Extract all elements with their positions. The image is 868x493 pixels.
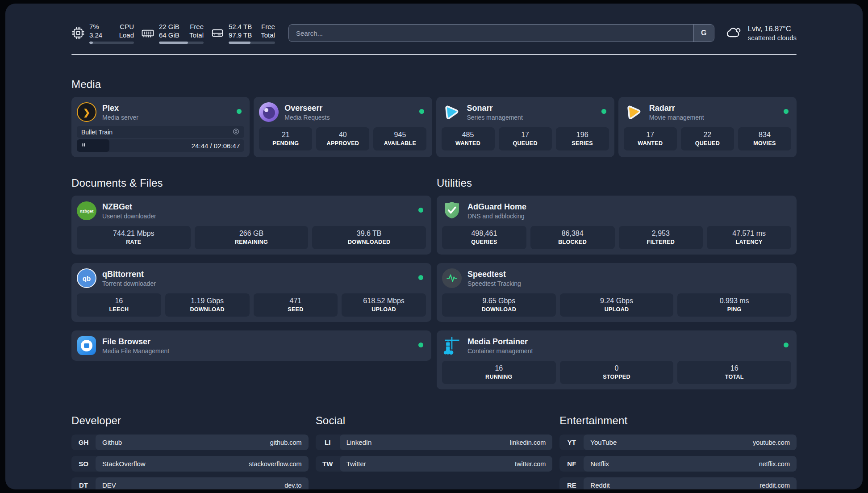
topbar: 7% 3.24 CPU Load: [71, 22, 797, 44]
topbar-divider: [71, 54, 797, 55]
app-card-plex[interactable]: ❯ Plex Media server Bullet Train: [71, 97, 250, 157]
app-card-speedtest[interactable]: Speedtest Speedtest Tracking 9.65 Gbps D…: [437, 263, 797, 322]
cpu-metric: 7% 3.24 CPU Load: [71, 22, 134, 44]
search-input[interactable]: [289, 25, 693, 42]
bookmark-name: StackOverflow: [102, 460, 146, 468]
now-playing-icon: [232, 128, 240, 137]
app-card-nzbget[interactable]: nzbget NZBGet Usenet downloader 744.21 M…: [71, 196, 431, 255]
plex-icon: ❯: [77, 102, 96, 122]
media-cards-row: ❯ Plex Media server Bullet Train: [71, 97, 797, 157]
stat-latency: 47.571 ms LATENCY: [707, 226, 791, 249]
stat-movies: 834 MOVIES: [738, 127, 791, 150]
bookmark-abbr: YT: [559, 435, 584, 450]
disk-free-label: Free: [261, 22, 275, 31]
stat-series: 196 SERIES: [556, 127, 609, 150]
stat-ping: 0.993 ms PING: [677, 293, 791, 317]
cloud-icon: [726, 25, 742, 41]
nzbget-icon: nzbget: [77, 201, 96, 220]
documents-column: Documents & Files nzbget NZBGet Usenet d…: [71, 157, 431, 361]
stat-remaining: 266 GB REMAINING: [195, 226, 309, 249]
now-playing-title: Bullet Train: [81, 129, 113, 136]
section-title-media: Media: [71, 78, 797, 91]
cpu-load-value: 3.24: [89, 31, 102, 39]
app-subtitle: Media File Management: [102, 347, 169, 355]
bookmark-abbr: SO: [71, 456, 96, 472]
bookmark-twitter[interactable]: TW Twitter twitter.com: [316, 456, 553, 472]
speedtest-icon: [442, 268, 462, 288]
stat-download: 9.65 Gbps DOWNLOAD: [442, 293, 556, 317]
bookmark-linkedin[interactable]: LI LinkedIn linkedin.com: [316, 435, 553, 450]
app-title: Plex: [102, 103, 138, 113]
bookmark-name: Reddit: [590, 481, 609, 489]
app-card-filebrowser[interactable]: File Browser Media File Management: [71, 330, 431, 361]
bookmark-youtube[interactable]: YT YouTube youtube.com: [559, 435, 797, 450]
section-title-utilities: Utilities: [437, 177, 797, 189]
bookmark-url: stackoverflow.com: [249, 460, 301, 468]
stat-queued: 17 QUEUED: [499, 127, 552, 150]
app-subtitle: Speedtest Tracking: [467, 280, 521, 288]
stat-leech: 16 LEECH: [77, 293, 161, 317]
cpu-icon: [71, 26, 85, 40]
bookmark-group-developer: Developer GH Github github.com SO StackO…: [71, 389, 309, 489]
stat-wanted: 17 WANTED: [624, 127, 677, 150]
memory-progress-bar: [159, 42, 204, 44]
app-card-qbittorrent[interactable]: qb qBittorrent Torrent downloader 16 LEE…: [71, 263, 431, 322]
adguard-icon: [442, 201, 462, 221]
section-title-developer: Developer: [71, 414, 309, 427]
bookmark-reddit[interactable]: RE Reddit reddit.com: [559, 477, 797, 489]
playback-time: 24:44 / 02:06:47: [192, 142, 244, 150]
stat-filtered: 2,953 FILTERED: [619, 226, 703, 249]
app-subtitle: Media server: [102, 114, 138, 121]
bookmark-github[interactable]: GH Github github.com: [71, 435, 309, 450]
app-title: qBittorrent: [102, 269, 156, 279]
status-dot: [418, 275, 423, 280]
bookmark-name: Netflix: [590, 460, 609, 468]
dashboard-page: 7% 3.24 CPU Load: [5, 4, 863, 489]
bookmark-netflix[interactable]: NF Netflix netflix.com: [559, 456, 797, 472]
disk-total-label: Total: [261, 31, 275, 39]
app-card-adguard[interactable]: AdGuard Home DNS and adblocking 498,461 …: [437, 196, 797, 255]
weather-location-temp: Lviv, 16.87°C: [748, 24, 797, 33]
app-card-overseerr[interactable]: Overseerr Media Requests 21 PENDING 40 A…: [254, 97, 432, 157]
stat-stopped: 0 STOPPED: [560, 361, 674, 384]
app-card-sonarr[interactable]: Sonarr Series management 485 WANTED 17 Q…: [436, 97, 614, 157]
bookmark-abbr: NF: [559, 456, 584, 472]
cpu-progress-bar: [89, 42, 134, 44]
app-subtitle: Media Requests: [284, 114, 330, 121]
stat-running: 16 RUNNING: [442, 361, 556, 384]
utilities-column: Utilities AdGuard Home: [437, 157, 797, 389]
memory-free-value: 22 GiB: [159, 22, 179, 31]
status-dot: [601, 109, 606, 114]
bookmark-abbr: DT: [71, 477, 96, 489]
app-card-radarr[interactable]: Radarr Movie management 17 WANTED 22 QUE…: [618, 97, 797, 157]
status-dot: [418, 208, 423, 213]
bookmark-url: twitter.com: [515, 460, 546, 468]
bookmark-url: netflix.com: [759, 460, 790, 468]
bookmark-group-entertainment: Entertainment YT YouTube youtube.com NF …: [559, 389, 797, 489]
bookmark-stackoverflow[interactable]: SO StackOverflow stackoverflow.com: [71, 456, 309, 472]
bookmark-name: YouTube: [590, 439, 617, 446]
status-dot: [418, 343, 423, 347]
now-playing-widget: Bullet Train: [77, 126, 244, 152]
stat-download: 1.19 Gbps DOWNLOAD: [165, 293, 250, 317]
stat-downloaded: 39.6 TB DOWNLOADED: [312, 226, 426, 249]
app-subtitle: Usenet downloader: [102, 213, 156, 220]
pause-icon[interactable]: [81, 142, 87, 150]
bookmark-dev[interactable]: DT DEV dev.to: [71, 477, 309, 489]
qbittorrent-icon: qb: [77, 268, 96, 288]
bookmark-name: DEV: [102, 481, 116, 489]
section-title-entertainment: Entertainment: [559, 414, 797, 427]
memory-total-value: 64 GiB: [159, 31, 179, 39]
memory-total-label: Total: [189, 31, 204, 39]
ram-icon: [141, 26, 154, 40]
bookmark-name: Github: [102, 439, 122, 446]
search-engine-button[interactable]: G: [693, 25, 714, 42]
filebrowser-icon: [77, 336, 96, 355]
app-subtitle: Series management: [467, 114, 523, 121]
app-title: Overseerr: [284, 103, 330, 113]
bookmark-url: youtube.com: [753, 439, 790, 446]
stat-queued: 22 QUEUED: [681, 127, 734, 150]
playback-progress-bar: 24:44 / 02:06:47: [77, 139, 244, 152]
app-card-portainer[interactable]: Media Portainer Container management 16 …: [437, 330, 797, 389]
status-dot: [784, 109, 789, 114]
